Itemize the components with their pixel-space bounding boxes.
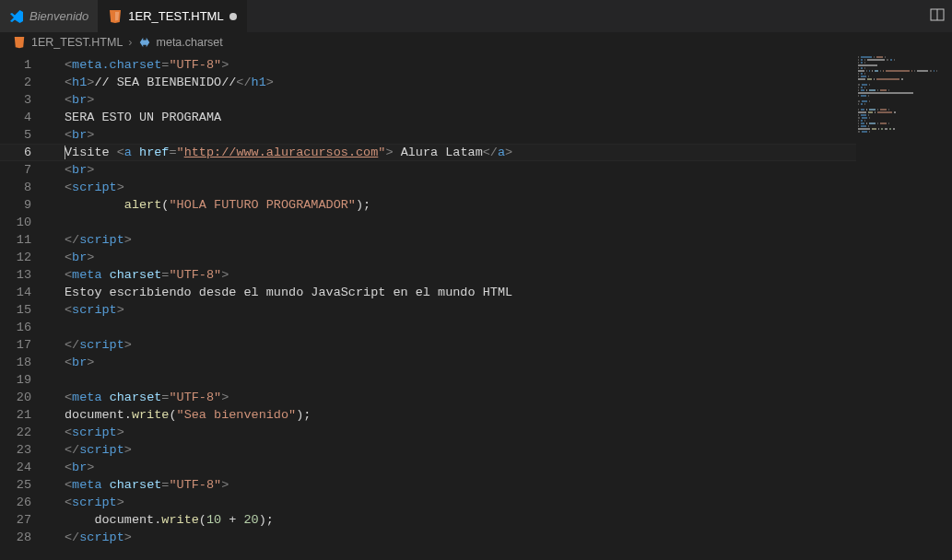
html-icon: [13, 36, 26, 49]
line-number: 21: [0, 406, 48, 424]
code-line[interactable]: <meta charset="UTF-8">: [65, 266, 856, 284]
minimap-line: [858, 117, 939, 119]
tab-1er-test[interactable]: 1ER_TEST.HTML: [99, 0, 246, 32]
minimap-line: [858, 89, 939, 91]
code-line[interactable]: <meta.charset="UTF-8">: [65, 56, 856, 74]
line-number: 10: [0, 214, 48, 231]
line-number: 1: [0, 56, 48, 74]
code-line[interactable]: SERA ESTO UN PROGRAMA: [65, 109, 856, 126]
minimap-line: [858, 131, 939, 133]
html-icon: [108, 9, 123, 24]
code-content[interactable]: <meta.charset="UTF-8"><h1>// SEA BIENBEN…: [65, 56, 856, 546]
code-line[interactable]: <br>: [65, 161, 856, 179]
minimap-line: [858, 70, 939, 72]
editor-actions: [930, 0, 952, 32]
code-line[interactable]: <meta charset="UTF-8">: [65, 389, 856, 406]
breadcrumb-file[interactable]: 1ER_TEST.HTML: [31, 36, 123, 49]
chevron-right-icon: ›: [128, 36, 132, 49]
code-line[interactable]: <br>: [65, 459, 856, 476]
minimap-line: [858, 78, 939, 80]
minimap-line: [858, 106, 939, 108]
code-line[interactable]: [65, 214, 856, 231]
line-number: 13: [0, 266, 48, 284]
line-number: 4: [0, 109, 48, 126]
code-line[interactable]: <script>: [65, 301, 856, 319]
line-number: 26: [0, 494, 48, 511]
minimap-line: [858, 98, 939, 99]
code-line[interactable]: [65, 319, 856, 336]
line-number-gutter: 1234567891011121314151617181920212223242…: [0, 56, 48, 546]
minimap-line: [858, 103, 939, 105]
minimap-line: [858, 62, 939, 64]
minimap-line: [858, 111, 939, 113]
line-number: 7: [0, 161, 48, 179]
minimap-line: [858, 67, 939, 69]
minimap-line: [858, 59, 939, 61]
code-line[interactable]: <h1>// SEA BIENBENIDO//</h1>: [65, 74, 856, 91]
line-number: 18: [0, 354, 48, 371]
code-line[interactable]: document.write(10 + 20);: [65, 511, 856, 529]
tab-label: Bienvenido: [29, 9, 88, 23]
minimap-line: [858, 73, 939, 75]
line-number: 22: [0, 424, 48, 441]
line-number: 9: [0, 196, 48, 214]
code-line[interactable]: <br>: [65, 249, 856, 266]
code-line[interactable]: <script>: [65, 494, 856, 511]
code-line[interactable]: <script>: [65, 424, 856, 441]
line-number: 3: [0, 91, 48, 109]
code-line[interactable]: </script>: [65, 231, 856, 249]
line-number: 28: [0, 529, 48, 546]
line-number: 2: [0, 74, 48, 91]
brackets-icon: [138, 36, 151, 49]
minimap-line: [858, 114, 939, 116]
code-line[interactable]: Estoy escribiendo desde el mundo JavaScr…: [65, 284, 856, 301]
line-number: 20: [0, 389, 48, 406]
minimap-line: [858, 120, 939, 122]
line-number: 5: [0, 126, 48, 144]
tab-bienvenido[interactable]: Bienvenido: [0, 0, 99, 32]
minimap-line: [858, 87, 939, 88]
line-number: 19: [0, 371, 48, 389]
code-line[interactable]: </script>: [65, 336, 856, 354]
line-number: 8: [0, 179, 48, 196]
code-line[interactable]: <meta charset="UTF-8">: [65, 476, 856, 494]
line-number: 16: [0, 319, 48, 336]
line-number: 12: [0, 249, 48, 266]
dirty-indicator-icon: [229, 13, 237, 20]
line-number: 17: [0, 336, 48, 354]
line-number: 24: [0, 459, 48, 476]
split-editor-icon[interactable]: [930, 7, 945, 25]
line-number: 27: [0, 511, 48, 529]
line-number: 11: [0, 231, 48, 249]
code-line[interactable]: <br>: [65, 91, 856, 109]
breadcrumb[interactable]: 1ER_TEST.HTML › meta.charset: [0, 32, 952, 52]
minimap-line: [858, 100, 939, 102]
code-line[interactable]: [65, 371, 856, 389]
code-line[interactable]: document.write("Sea bienvenido");: [65, 406, 856, 424]
minimap-line: [858, 122, 939, 124]
minimap-line: [858, 92, 939, 94]
code-line[interactable]: <script>: [65, 179, 856, 196]
code-line[interactable]: </script>: [65, 529, 856, 546]
line-number: 25: [0, 476, 48, 494]
line-number: 23: [0, 441, 48, 459]
minimap-line: [858, 64, 939, 66]
minimap-line: [858, 109, 939, 111]
editor[interactable]: 1234567891011121314151617181920212223242…: [0, 52, 952, 560]
code-line[interactable]: <br>: [65, 354, 856, 371]
vscode-icon: [9, 9, 24, 24]
tab-bar: Bienvenido 1ER_TEST.HTML: [0, 0, 952, 32]
minimap-line: [858, 128, 939, 130]
minimap-line: [858, 76, 939, 77]
breadcrumb-symbol[interactable]: meta.charset: [157, 36, 223, 49]
line-number: 14: [0, 284, 48, 301]
code-line[interactable]: alert("HOLA FUTURO PROGRAMADOR");: [65, 196, 856, 214]
minimap[interactable]: [858, 56, 939, 134]
tab-label: 1ER_TEST.HTML: [128, 9, 223, 23]
line-number: 6: [0, 144, 48, 161]
minimap-line: [858, 56, 939, 58]
code-line[interactable]: </script>: [65, 441, 856, 459]
code-line[interactable]: Visite <a href="http://www.aluracursos.c…: [65, 144, 856, 161]
minimap-line: [858, 95, 939, 97]
code-line[interactable]: <br>: [65, 126, 856, 144]
